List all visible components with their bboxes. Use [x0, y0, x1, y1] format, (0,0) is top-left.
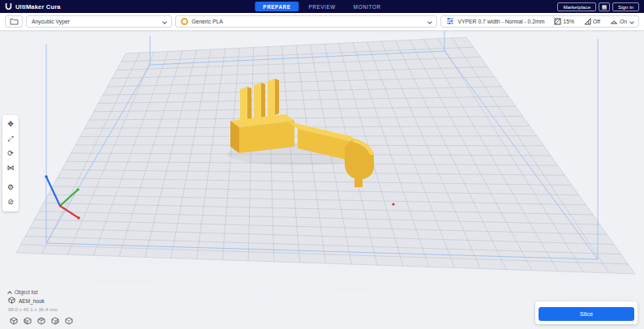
model-dimensions: 98.0 x 40.1 x 36.4 mm — [8, 306, 74, 312]
object-list-label: Object list — [15, 289, 38, 295]
origin-marker-dot — [392, 203, 394, 205]
object-list-toggle[interactable]: Object list — [8, 289, 74, 295]
support-blocker-icon[interactable]: ⊘ — [4, 196, 17, 208]
adhesion-value: On — [620, 19, 627, 24]
model-name: AEM_hook — [19, 298, 45, 304]
viewport-3d[interactable]: ✥ ⤢ ⟳ ⋈ ⚙ ⊘ Object list AEM_hook 98.0 x … — [0, 31, 644, 329]
infill-icon — [554, 18, 561, 26]
cura-window: UltiMaker Cura PREPARE PREVIEW MONITOR M… — [0, 0, 644, 329]
slice-button[interactable]: Slice — [539, 307, 634, 321]
extruder-icon — [181, 18, 188, 25]
mirror-tool-icon[interactable]: ⋈ — [4, 162, 17, 174]
titlebar: UltiMaker Cura PREPARE PREVIEW MONITOR M… — [0, 0, 644, 13]
support-setting: Off — [584, 18, 600, 26]
print-settings-selector[interactable]: VYPER 0.7 width - Normal - 0.2mm 15% — [440, 15, 639, 28]
configuration-bar: Anycubic Vyper Generic PLA VYPER 0.7 wid… — [0, 13, 644, 31]
chevron-up-icon — [7, 291, 12, 296]
slice-panel: Slice — [535, 301, 638, 324]
build-plate-scene[interactable] — [0, 31, 644, 329]
view-left-icon[interactable] — [49, 315, 60, 325]
camera-view-presets — [8, 315, 74, 325]
scale-tool-icon[interactable]: ⤢ — [4, 133, 17, 145]
chevron-down-icon — [629, 19, 634, 24]
apps-grid-icon[interactable]: ▦ — [599, 2, 610, 11]
titlebar-actions: Marketplace ▦ Sign in — [557, 2, 639, 11]
open-file-button[interactable] — [5, 15, 23, 28]
view-3d-icon[interactable] — [8, 315, 19, 325]
folder-icon — [10, 18, 19, 26]
marketplace-button[interactable]: Marketplace — [557, 2, 596, 11]
print-settings-sliders-icon — [446, 17, 454, 26]
chevron-down-icon — [428, 19, 433, 24]
material-selector[interactable]: Generic PLA — [175, 15, 437, 28]
view-front-icon[interactable] — [22, 315, 32, 325]
brand: UltiMaker Cura — [5, 0, 61, 14]
infill-value: 15% — [563, 19, 574, 24]
object-list-panel: Object list AEM_hook 98.0 x 40.1 x 36.4 … — [8, 288, 74, 325]
view-top-icon[interactable] — [36, 315, 46, 325]
printer-selector[interactable]: Anycubic Vyper — [26, 15, 172, 28]
rotate-tool-icon[interactable]: ⟳ — [4, 147, 17, 160]
tab-prepare[interactable]: PREPARE — [255, 2, 298, 11]
tab-monitor[interactable]: MONITOR — [346, 2, 389, 11]
adhesion-setting: On — [610, 18, 627, 25]
tool-panel: ✥ ⤢ ⟳ ⋈ ⚙ ⊘ — [2, 115, 19, 212]
move-tool-icon[interactable]: ✥ — [4, 118, 17, 130]
adhesion-icon — [610, 18, 618, 25]
object-list-item[interactable]: AEM_hook — [8, 297, 74, 305]
tab-preview[interactable]: PREVIEW — [301, 2, 344, 11]
support-value: Off — [593, 19, 600, 24]
chevron-down-icon — [162, 19, 167, 24]
infill-setting: 15% — [554, 18, 574, 26]
support-icon — [584, 18, 591, 26]
ultimaker-logo-icon — [5, 0, 12, 14]
view-right-icon[interactable] — [63, 315, 74, 325]
material-name: Generic PLA — [191, 19, 223, 24]
print-profile-summary: VYPER 0.7 width - Normal - 0.2mm — [457, 19, 544, 24]
stage-tabs: PREPARE PREVIEW MONITOR — [255, 2, 389, 11]
printer-name: Anycubic Vyper — [32, 19, 70, 24]
per-model-settings-icon[interactable]: ⚙ — [4, 182, 17, 194]
sign-in-button[interactable]: Sign in — [612, 2, 639, 11]
cube-icon — [8, 297, 15, 305]
app-title: UltiMaker Cura — [15, 3, 61, 11]
